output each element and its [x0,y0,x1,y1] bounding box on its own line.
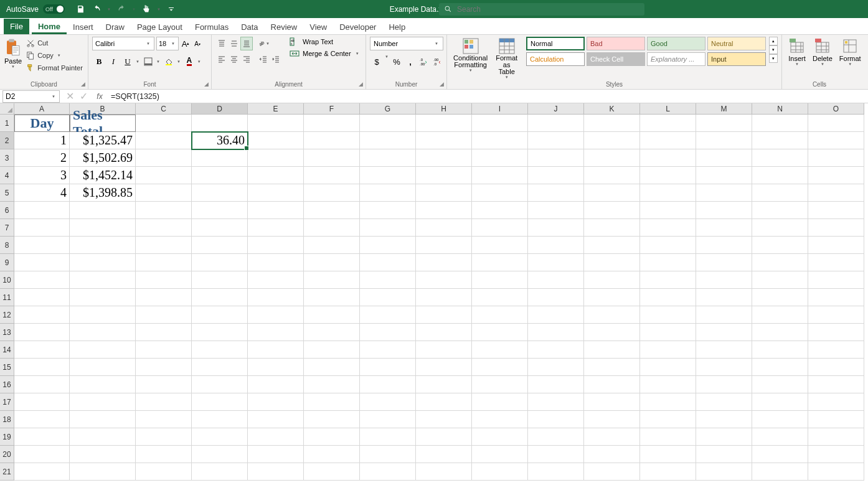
row-header-13[interactable]: 13 [0,324,14,341]
cell-A16[interactable] [14,376,70,393]
cell-D8[interactable] [192,237,248,254]
formula-input[interactable]: =SQRT(1325) [106,92,868,101]
cell-I15[interactable] [472,359,528,376]
cell-F10[interactable] [304,271,360,289]
cell-I7[interactable] [472,219,528,237]
cell-E4[interactable] [248,167,304,184]
style-bad[interactable]: Bad [587,37,645,50]
row-header-10[interactable]: 10 [0,271,14,289]
cell-B18[interactable] [70,411,136,428]
cell-F13[interactable] [304,324,360,341]
cell-H3[interactable] [416,149,472,167]
cell-E7[interactable] [248,219,304,237]
cell-M15[interactable] [696,359,752,376]
cell-J6[interactable] [528,202,584,219]
bold-button[interactable]: B [92,55,106,68]
cell-A1[interactable]: Day [14,115,70,132]
cell-I21[interactable] [472,463,528,481]
cell-C16[interactable] [136,376,192,393]
cell-C6[interactable] [136,202,192,219]
style-normal[interactable]: Normal [526,37,585,50]
cell-B10[interactable] [70,271,136,289]
cell-D15[interactable] [192,359,248,376]
cell-F20[interactable] [304,446,360,463]
search-input[interactable] [457,5,639,14]
cell-L10[interactable] [640,271,696,289]
cell-L15[interactable] [640,359,696,376]
cell-F15[interactable] [304,359,360,376]
col-header-a[interactable]: A [14,103,70,115]
cell-F19[interactable] [304,428,360,446]
cell-A19[interactable] [14,428,70,446]
cell-O21[interactable] [808,463,864,481]
row-header-16[interactable]: 16 [0,376,14,393]
cell-A8[interactable] [14,237,70,254]
cell-K16[interactable] [584,376,640,393]
cell-G3[interactable] [360,149,416,167]
cell-O10[interactable] [808,271,864,289]
cell-I16[interactable] [472,376,528,393]
cell-K8[interactable] [584,237,640,254]
row-header-20[interactable]: 20 [0,446,14,463]
underline-button[interactable]: U [121,55,134,68]
cell-B2[interactable]: $1,325.47 [70,132,136,149]
cell-L5[interactable] [640,184,696,202]
cell-C18[interactable] [136,411,192,428]
cell-B17[interactable] [70,393,136,411]
row-header-18[interactable]: 18 [0,411,14,428]
cell-O20[interactable] [808,446,864,463]
cell-E9[interactable] [248,254,304,271]
row-header-2[interactable]: 2 [0,132,14,149]
cell-B19[interactable] [70,428,136,446]
cell-N17[interactable] [752,393,808,411]
cell-K5[interactable] [584,184,640,202]
cell-H12[interactable] [416,306,472,324]
cell-N9[interactable] [752,254,808,271]
cell-G8[interactable] [360,237,416,254]
cell-B13[interactable] [70,324,136,341]
font-name-combo[interactable]: Calibri▼ [92,37,154,50]
cell-A14[interactable] [14,341,70,359]
row-header-1[interactable]: 1 [0,115,14,132]
cell-L12[interactable] [640,306,696,324]
row-header-15[interactable]: 15 [0,359,14,376]
cell-D3[interactable] [192,149,248,167]
cell-O9[interactable] [808,254,864,271]
cell-D17[interactable] [192,393,248,411]
cell-N2[interactable] [752,132,808,149]
cell-K9[interactable] [584,254,640,271]
cell-M19[interactable] [696,428,752,446]
number-dialog-launcher[interactable]: ◢ [438,80,445,88]
select-all-button[interactable] [0,103,14,115]
cell-G18[interactable] [360,411,416,428]
cell-C15[interactable] [136,359,192,376]
cell-M11[interactable] [696,289,752,306]
cell-I4[interactable] [472,167,528,184]
cell-G12[interactable] [360,306,416,324]
cell-G21[interactable] [360,463,416,481]
cell-O17[interactable] [808,393,864,411]
cell-J1[interactable] [528,115,584,132]
cell-F16[interactable] [304,376,360,393]
cell-E17[interactable] [248,393,304,411]
cell-O6[interactable] [808,202,864,219]
delete-cells-button[interactable]: Delete▼ [810,37,835,67]
cell-J5[interactable] [528,184,584,202]
cell-I18[interactable] [472,411,528,428]
cell-F11[interactable] [304,289,360,306]
cell-N7[interactable] [752,219,808,237]
format-painter-button[interactable]: Format Painter [24,62,85,74]
cell-K19[interactable] [584,428,640,446]
cell-A18[interactable] [14,411,70,428]
cell-N14[interactable] [752,341,808,359]
cell-H14[interactable] [416,341,472,359]
cell-L11[interactable] [640,289,696,306]
cell-J20[interactable] [528,446,584,463]
cell-J17[interactable] [528,393,584,411]
cell-L7[interactable] [640,219,696,237]
cell-B7[interactable] [70,219,136,237]
cell-A7[interactable] [14,219,70,237]
styles-more[interactable]: ▾ [769,54,778,63]
decrease-decimal-button[interactable]: .00.0 [431,55,445,68]
cell-M5[interactable] [696,184,752,202]
